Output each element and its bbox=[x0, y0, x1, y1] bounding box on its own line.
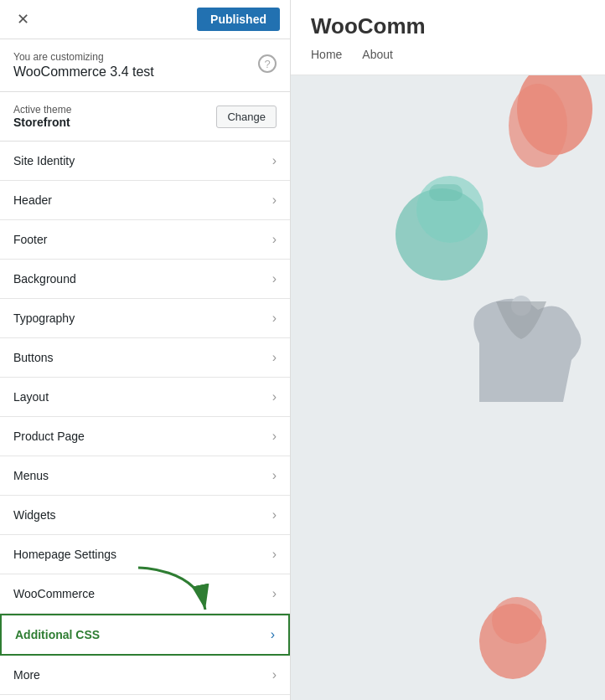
sidebar-item-woocommerce[interactable]: WooCommerce › bbox=[0, 574, 290, 614]
chevron-right-icon: › bbox=[272, 586, 277, 601]
help-button[interactable]: ? bbox=[258, 54, 277, 73]
close-button[interactable]: ✕ bbox=[10, 7, 36, 32]
customizer-panel: ✕ Published You are customizing WooComme… bbox=[0, 0, 291, 700]
chevron-right-icon: › bbox=[272, 468, 277, 483]
sidebar-item-more[interactable]: More › bbox=[0, 656, 290, 695]
customizing-site-name: WooCommerce 3.4 test bbox=[13, 64, 154, 80]
nav-home[interactable]: Home bbox=[311, 48, 342, 61]
chevron-right-icon: › bbox=[272, 667, 277, 682]
preview-panel: WooComm Home About bbox=[291, 0, 605, 700]
sidebar-item-homepage-settings[interactable]: Homepage Settings › bbox=[0, 535, 290, 574]
customizing-section: You are customizing WooCommerce 3.4 test… bbox=[0, 39, 290, 92]
sidebar-item-typography[interactable]: Typography › bbox=[0, 299, 290, 338]
chevron-right-icon: › bbox=[272, 193, 277, 208]
sidebar-item-menus[interactable]: Menus › bbox=[0, 456, 290, 496]
theme-section: Active theme Storefront Change bbox=[0, 92, 290, 142]
preview-site-title: WooComm bbox=[311, 13, 585, 39]
top-bar: ✕ Published bbox=[0, 0, 290, 39]
sidebar-item-additional-css[interactable]: Additional CSS › bbox=[0, 614, 290, 656]
theme-name: Storefront bbox=[13, 116, 71, 129]
chevron-right-icon: › bbox=[272, 271, 277, 286]
sidebar-item-widgets[interactable]: Widgets › bbox=[0, 496, 290, 535]
chevron-right-icon: › bbox=[271, 627, 275, 642]
active-theme-label: Active theme bbox=[13, 104, 71, 116]
preview-header: WooComm Home About bbox=[291, 0, 605, 75]
sidebar-item-background[interactable]: Background › bbox=[0, 260, 290, 299]
chevron-right-icon: › bbox=[272, 507, 277, 522]
sidebar-item-layout[interactable]: Layout › bbox=[0, 378, 290, 417]
chevron-right-icon: › bbox=[272, 232, 277, 247]
sidebar-item-product-page[interactable]: Product Page › bbox=[0, 417, 290, 456]
chevron-right-icon: › bbox=[272, 389, 277, 404]
svg-point-8 bbox=[492, 597, 542, 644]
change-theme-button[interactable]: Change bbox=[216, 106, 277, 128]
svg-rect-5 bbox=[429, 184, 463, 201]
product-img-gray bbox=[454, 293, 588, 410]
preview-content bbox=[291, 75, 605, 700]
sidebar-item-site-identity[interactable]: Site Identity › bbox=[0, 142, 290, 181]
arrow-container: Additional CSS › bbox=[0, 614, 290, 656]
sidebar-item-header[interactable]: Header › bbox=[0, 181, 290, 220]
chevron-right-icon: › bbox=[272, 547, 277, 562]
customizing-prefix: You are customizing bbox=[13, 51, 154, 63]
chevron-right-icon: › bbox=[272, 429, 277, 444]
chevron-right-icon: › bbox=[272, 153, 277, 168]
sidebar-item-footer[interactable]: Footer › bbox=[0, 220, 290, 260]
nav-about[interactable]: About bbox=[362, 48, 393, 61]
chevron-right-icon: › bbox=[272, 350, 277, 365]
preview-nav: Home About bbox=[311, 48, 585, 61]
chevron-right-icon: › bbox=[272, 311, 277, 326]
product-img-pink bbox=[496, 75, 597, 176]
svg-point-2 bbox=[509, 84, 567, 167]
sidebar-item-buttons[interactable]: Buttons › bbox=[0, 338, 290, 378]
product-img-pink2 bbox=[471, 591, 555, 683]
published-button[interactable]: Published bbox=[197, 8, 280, 31]
product-img-teal bbox=[387, 159, 504, 285]
menu-list: Site Identity › Header › Footer › Backgr… bbox=[0, 142, 290, 695]
